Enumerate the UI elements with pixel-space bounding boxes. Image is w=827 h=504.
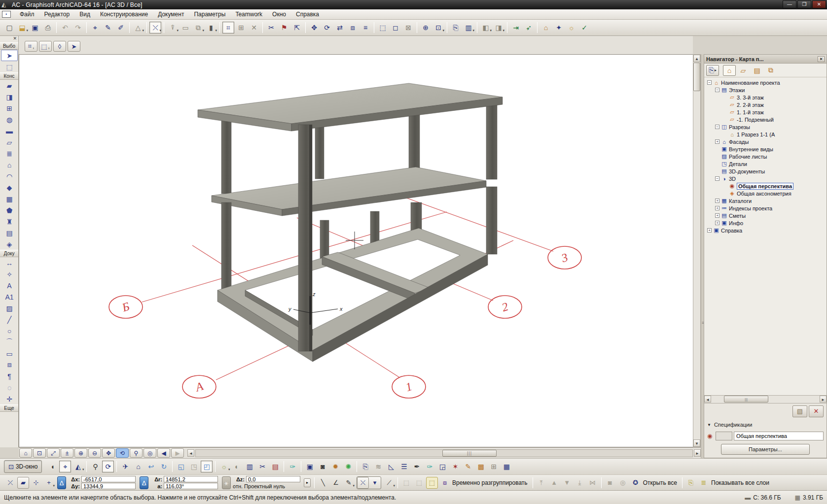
delta-badge-icon[interactable]: Δ xyxy=(140,476,148,489)
autogroup-button[interactable]: ⬚ xyxy=(426,477,438,489)
menu-design[interactable]: Конструирование xyxy=(95,9,153,19)
guide-line-button[interactable]: ⟋ xyxy=(383,477,395,489)
concrete-frame-model[interactable] xyxy=(198,83,503,362)
vertical-scrollbar[interactable]: ▲ ▼ xyxy=(693,54,701,447)
tree-details[interactable]: ◳Детали xyxy=(704,160,827,168)
favorites-button[interactable]: ▮ xyxy=(205,22,217,34)
ungroup-sel-button[interactable]: ⬚ xyxy=(413,477,425,489)
line-tool[interactable]: ╱ xyxy=(0,314,19,325)
cancel-op-button[interactable]: ✕ xyxy=(248,22,260,34)
expand-toggle-icon[interactable]: + xyxy=(715,139,719,144)
morph-tool[interactable]: ◆ xyxy=(0,182,19,193)
tree-lists[interactable]: +▤Сметы xyxy=(704,212,827,219)
door-tool[interactable]: ◨ xyxy=(0,91,19,102)
group-sel-button[interactable]: ⬚ xyxy=(400,477,412,489)
arrow-tool[interactable]: ➤ xyxy=(1,50,18,61)
navigator-hscrollbar[interactable]: ◄ ||| ► xyxy=(704,395,827,403)
sun-settings-button[interactable]: ☼ xyxy=(218,461,230,472)
teamwork-receive-button[interactable]: ➶ xyxy=(523,22,535,34)
tree-project[interactable]: −⌂Наименование проекта xyxy=(704,79,827,86)
nav-scroll-thumb[interactable]: ||| xyxy=(724,396,768,403)
column-tool[interactable]: ◍ xyxy=(0,114,19,125)
nav-scroll-left-icon[interactable]: ◄ xyxy=(704,396,711,403)
coordinate-table-button[interactable]: ⌗ xyxy=(222,22,234,34)
detail-tool[interactable]: ◌ xyxy=(0,382,19,393)
object-tool[interactable]: ♜ xyxy=(0,216,19,227)
expand-toggle-icon[interactable]: − xyxy=(715,125,719,129)
hscroll-left-icon[interactable]: ◄ xyxy=(187,449,194,457)
delta-badge-icon[interactable]: Δ xyxy=(57,476,66,489)
expand-toggle-icon[interactable]: + xyxy=(715,206,719,210)
tree-story-1[interactable]: ▱1. 1-й этаж xyxy=(704,108,827,116)
story-home-button[interactable]: ⌂ xyxy=(19,448,32,458)
redo-button[interactable]: ↷ xyxy=(72,22,84,34)
document-icon[interactable]: ▪ xyxy=(2,11,11,18)
parameters-button[interactable]: Параметры... xyxy=(721,444,810,455)
expand-toggle-icon[interactable]: − xyxy=(707,80,712,85)
reset-order-button[interactable]: ⋈ xyxy=(587,477,599,489)
camera-3d-button[interactable]: ⌖ xyxy=(59,461,71,472)
dr-field[interactable] xyxy=(164,476,218,482)
zoom-out-button[interactable]: ⊖ xyxy=(88,448,101,458)
3d-window-button[interactable]: ⊡ 3D-окно xyxy=(4,460,42,473)
tree-schedules[interactable]: +▦Каталоги xyxy=(704,197,827,204)
menu-view[interactable]: Вид xyxy=(74,9,95,19)
check-elements-button[interactable]: ✓ xyxy=(578,22,590,34)
previous-view-button[interactable]: ◀ xyxy=(157,448,170,458)
snap-guides-dd-button[interactable]: ▾ xyxy=(369,477,381,489)
inject-parameters-button[interactable]: ✐ xyxy=(115,22,127,34)
horizontal-scrollbar[interactable]: ||| xyxy=(195,449,693,457)
profile-edit-button[interactable]: ✎ xyxy=(462,461,474,472)
hotspot-tool[interactable]: ✛ xyxy=(0,393,19,404)
cutting-planes-button[interactable]: ✂ xyxy=(256,461,268,472)
shell-tool[interactable]: ◠ xyxy=(0,170,19,182)
tree-elevations[interactable]: +⌂Фасады xyxy=(704,138,827,145)
tree-general-perspective[interactable]: ◉Общая перспектива xyxy=(704,182,827,190)
vertical-scroll-thumb[interactable] xyxy=(693,63,700,91)
fill-tool[interactable]: ▨ xyxy=(0,302,19,314)
drawing-tool[interactable]: ⧈ xyxy=(0,359,19,370)
orbit-button[interactable]: ⟲ xyxy=(116,448,129,458)
text-tool[interactable]: A xyxy=(0,280,19,291)
dy-field[interactable] xyxy=(81,483,136,489)
project-map-button[interactable]: ⌂ xyxy=(723,65,736,76)
look-to-button[interactable]: ◎ xyxy=(144,448,156,458)
fit-in-window-button[interactable]: ⤢ xyxy=(47,448,60,458)
figure-tool[interactable]: ▭ xyxy=(0,348,19,359)
expand-toggle-icon[interactable]: − xyxy=(715,176,719,181)
curtain-wall-tool[interactable]: ▤ xyxy=(0,227,19,238)
label-3d-button[interactable]: ◲ xyxy=(436,461,448,472)
shadows-button[interactable]: ◐ xyxy=(231,461,243,472)
navigator-close-icon[interactable]: ✕ xyxy=(818,56,825,62)
copy-settings-button[interactable]: ⎘ xyxy=(360,461,371,472)
tree-section-1[interactable]: ⌂1 Разрез 1-1 (А xyxy=(704,131,827,138)
tree-story-2[interactable]: ▱2. 2-й этаж xyxy=(704,101,827,108)
expand-toggle-icon[interactable]: + xyxy=(715,213,719,218)
collapse-arrow-icon[interactable]: ▼ xyxy=(707,423,711,427)
mirror-button[interactable]: ⇄ xyxy=(334,22,346,34)
snap-guides-button[interactable]: ⤬ xyxy=(357,477,369,489)
edit-pen-button[interactable]: ✎ xyxy=(343,477,355,489)
lock-elements-button[interactable]: ⊠ xyxy=(402,22,414,34)
tree-3d-documents[interactable]: ▤3D-документы xyxy=(704,168,827,175)
bring-to-front-button[interactable]: ⤒ xyxy=(536,477,547,489)
pan-button[interactable]: ✥ xyxy=(102,448,115,458)
orbit-mode-button[interactable]: ⟳ xyxy=(102,461,114,472)
pick-up-parameters-button[interactable]: ✎ xyxy=(102,22,114,34)
expand-toggle-icon[interactable]: − xyxy=(715,88,719,92)
view-map-button[interactable]: ▱ xyxy=(737,65,750,76)
render-scene-button[interactable]: ✹ xyxy=(329,461,341,472)
specifications-header[interactable]: ▼ Спецификации xyxy=(707,420,824,429)
snap-points-button[interactable]: ⤬ xyxy=(149,22,161,34)
beam-tool[interactable]: ▬ xyxy=(0,125,19,136)
fill-transfer-button[interactable]: ≋ xyxy=(372,461,384,472)
walk-button[interactable]: ⚲ xyxy=(130,448,143,458)
view-id-cell[interactable] xyxy=(716,432,732,440)
view-name-field[interactable] xyxy=(734,432,824,440)
ungroup-button[interactable]: ◻ xyxy=(390,22,401,34)
show-all-layers-button[interactable]: ≣ xyxy=(698,477,710,489)
menu-help[interactable]: Справка xyxy=(291,9,324,19)
save-button[interactable]: ▣ xyxy=(29,22,41,34)
publisher-button[interactable]: ⧉ xyxy=(764,65,777,76)
tree-general-axonometry[interactable]: ◈Общая аксонометрия xyxy=(704,190,827,197)
